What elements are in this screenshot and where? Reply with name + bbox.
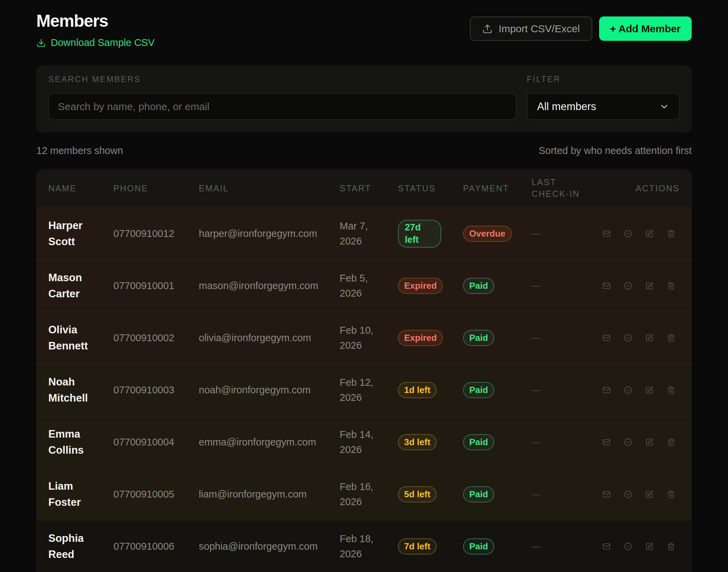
member-name: Mason Carter	[48, 270, 98, 302]
payment-cell: Overdue	[463, 226, 532, 242]
member-name: Olivia Bennett	[48, 322, 98, 354]
edit-icon[interactable]	[645, 385, 654, 395]
import-button-label: Import CSV/Excel	[499, 23, 580, 35]
last-checkin-value: —	[532, 333, 603, 343]
status-badge: Expired	[398, 330, 443, 346]
mail-icon[interactable]	[603, 281, 611, 290]
row-actions	[603, 542, 680, 551]
member-start-date: Feb 12, 2026	[340, 375, 383, 405]
col-phone: PHONE	[113, 183, 199, 193]
search-input[interactable]: Search by name, phone, or email	[48, 93, 517, 120]
trash-icon[interactable]	[667, 229, 675, 238]
payment-badge: Paid	[463, 330, 494, 346]
payment-cell: Paid	[463, 330, 532, 346]
member-name: Sophia Reed	[48, 531, 98, 562]
status-badge: 27d left	[398, 220, 441, 247]
add-member-button[interactable]: + Add Member	[599, 16, 692, 41]
check-circle-icon[interactable]	[624, 542, 632, 551]
edit-icon[interactable]	[645, 542, 654, 551]
import-csv-button[interactable]: Import CSV/Excel	[470, 16, 592, 41]
edit-icon[interactable]	[645, 490, 654, 499]
mail-icon[interactable]	[603, 385, 611, 395]
members-table: NAME PHONE EMAIL START STATUS PAYMENT LA…	[36, 169, 692, 572]
check-circle-icon[interactable]	[624, 281, 632, 290]
check-circle-icon[interactable]	[624, 385, 632, 395]
last-checkin-value: —	[532, 281, 603, 291]
status-cell: 7d left	[398, 538, 463, 555]
status-badge: 7d left	[398, 538, 437, 555]
member-email: olivia@ironforgegym.com	[199, 332, 340, 344]
member-start-date: Feb 16, 2026	[340, 479, 383, 509]
status-cell: Expired	[398, 278, 463, 294]
table-header: NAME PHONE EMAIL START STATUS PAYMENT LA…	[36, 169, 692, 207]
col-last-checkin: LAST CHECK-IN	[532, 177, 592, 200]
mail-icon[interactable]	[603, 229, 611, 238]
edit-icon[interactable]	[645, 281, 654, 290]
check-circle-icon[interactable]	[624, 438, 632, 447]
mail-icon[interactable]	[603, 333, 611, 343]
payment-cell: Paid	[463, 538, 532, 555]
mail-icon[interactable]	[603, 542, 611, 551]
last-checkin-value: —	[532, 229, 603, 239]
trash-icon[interactable]	[667, 542, 675, 551]
status-badge: Expired	[398, 278, 443, 294]
upload-icon	[482, 24, 493, 34]
trash-icon[interactable]	[667, 385, 675, 395]
trash-icon[interactable]	[667, 333, 675, 343]
trash-icon[interactable]	[667, 438, 675, 447]
member-email: emma@ironforgegym.com	[199, 437, 340, 448]
member-email: liam@ironforgegym.com	[199, 489, 340, 500]
edit-icon[interactable]	[645, 438, 654, 447]
trash-icon[interactable]	[667, 490, 675, 499]
add-button-label: + Add Member	[610, 23, 681, 35]
member-name: Emma Collins	[48, 426, 98, 458]
download-sample-csv-link[interactable]: Download Sample CSV	[36, 37, 155, 48]
col-start: START	[340, 183, 398, 193]
member-phone: 07700910001	[113, 280, 199, 291]
members-count: 12 members shown	[36, 145, 123, 156]
mail-icon[interactable]	[603, 490, 611, 499]
col-email: EMAIL	[199, 183, 340, 193]
summary-row: 12 members shown Sorted by who needs att…	[36, 145, 692, 156]
download-link-label: Download Sample CSV	[51, 37, 155, 48]
check-circle-icon[interactable]	[624, 490, 632, 499]
trash-icon[interactable]	[667, 281, 675, 290]
col-name: NAME	[48, 183, 113, 193]
mail-icon[interactable]	[603, 438, 611, 447]
row-actions	[603, 438, 680, 447]
check-circle-icon[interactable]	[624, 229, 632, 238]
edit-icon[interactable]	[645, 229, 654, 238]
check-circle-icon[interactable]	[624, 333, 632, 343]
table-row: Harper Scott 07700910012 harper@ironforg…	[36, 207, 692, 260]
filter-label: FILTER	[527, 74, 680, 84]
member-phone: 07700910005	[113, 489, 199, 500]
last-checkin-value: —	[532, 489, 603, 499]
filter-select[interactable]: All members	[527, 93, 680, 120]
row-actions	[603, 281, 680, 290]
col-status: STATUS	[398, 183, 463, 193]
payment-badge: Paid	[463, 434, 494, 450]
row-actions	[603, 490, 680, 499]
title-block: Members Download Sample CSV	[36, 12, 155, 48]
table-row: Sophia Reed 07700910006 sophia@ironforge…	[36, 520, 692, 572]
row-actions	[603, 333, 680, 343]
member-start-date: Feb 14, 2026	[340, 427, 383, 457]
member-start-date: Feb 5, 2026	[340, 271, 383, 301]
page-header: Members Download Sample CSV Import CSV/E…	[36, 0, 692, 48]
member-email: noah@ironforgegym.com	[199, 384, 340, 396]
download-icon	[36, 38, 46, 48]
filter-selected-value: All members	[537, 100, 596, 113]
search-placeholder: Search by name, phone, or email	[58, 101, 209, 112]
last-checkin-value: —	[532, 541, 603, 551]
edit-icon[interactable]	[645, 333, 654, 343]
member-email: mason@ironforgegym.com	[199, 280, 340, 291]
row-actions	[603, 385, 680, 395]
status-badge: 1d left	[398, 382, 437, 398]
member-phone: 07700910004	[113, 437, 199, 448]
status-cell: 5d left	[398, 486, 463, 502]
status-cell: Expired	[398, 330, 463, 346]
status-badge: 5d left	[398, 486, 437, 502]
header-actions: Import CSV/Excel + Add Member	[470, 16, 692, 41]
last-checkin-value: —	[532, 437, 603, 447]
status-cell: 27d left	[398, 220, 463, 247]
